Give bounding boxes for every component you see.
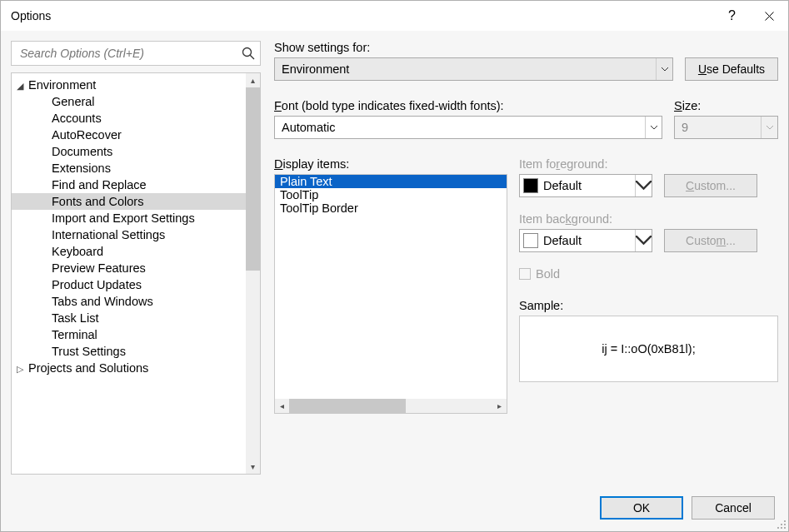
help-button[interactable]: ? bbox=[713, 1, 751, 31]
tree-item-general[interactable]: General bbox=[12, 93, 246, 110]
ok-label: OK bbox=[633, 501, 650, 515]
tree-item-label: Extensions bbox=[52, 162, 111, 175]
sample-preview: ij = I::oO(0xB81l); bbox=[519, 316, 778, 382]
tree-item-extensions[interactable]: Extensions bbox=[12, 160, 246, 177]
font-label: Font (bold type indicates fixed-width fo… bbox=[274, 99, 662, 112]
show-settings-combo[interactable]: Environment bbox=[274, 57, 673, 81]
tree-item-label: Preview Features bbox=[52, 261, 146, 275]
chevron-down-icon bbox=[645, 117, 662, 138]
sample-text: ij = I::oO(0xB81l); bbox=[602, 342, 695, 355]
bold-checkbox[interactable]: Bold bbox=[519, 267, 778, 281]
list-item[interactable]: ToolTip Border bbox=[275, 201, 507, 215]
tree-item-accounts[interactable]: Accounts bbox=[12, 110, 246, 127]
titlebar: Options ? bbox=[1, 1, 788, 31]
tree-scrollbar[interactable]: ▴ ▾ bbox=[246, 73, 260, 474]
chevron-down-icon bbox=[656, 58, 672, 80]
tree-item-label: Import and Export Settings bbox=[52, 211, 195, 225]
color-swatch-icon bbox=[523, 178, 538, 193]
tree-item-preview-features[interactable]: Preview Features bbox=[12, 260, 246, 276]
scroll-thumb[interactable] bbox=[246, 87, 260, 271]
scroll-up-icon[interactable]: ▴ bbox=[246, 73, 260, 87]
tree-item-tabs-windows[interactable]: Tabs and Windows bbox=[12, 293, 246, 310]
chevron-down-icon bbox=[635, 175, 652, 196]
item-background-label: Item background: bbox=[519, 212, 778, 226]
item-background-value: Default bbox=[543, 234, 635, 247]
tree-item-projects-solutions[interactable]: ▷Projects and Solutions bbox=[12, 360, 246, 376]
svg-point-6 bbox=[781, 527, 782, 529]
svg-point-2 bbox=[784, 520, 786, 522]
size-combo[interactable]: 9 bbox=[674, 116, 778, 139]
display-items-list[interactable]: Plain Text ToolTip ToolTip Border ◂ ▸ bbox=[274, 174, 507, 414]
font-combo[interactable]: Automatic bbox=[274, 116, 662, 139]
scroll-down-icon[interactable]: ▾ bbox=[246, 460, 260, 474]
custom-background-button[interactable]: Custom... bbox=[664, 229, 757, 252]
item-foreground-label: Item foreground: bbox=[519, 157, 778, 171]
list-hscrollbar[interactable]: ◂ ▸ bbox=[275, 399, 507, 413]
checkbox-icon bbox=[519, 268, 531, 280]
ok-button[interactable]: OK bbox=[600, 496, 683, 520]
item-background-combo[interactable]: Default bbox=[519, 229, 652, 252]
tree-item-label: Task List bbox=[52, 311, 98, 325]
tree-item-environment[interactable]: ◢Environment bbox=[12, 77, 246, 93]
cancel-button[interactable]: Cancel bbox=[692, 496, 775, 520]
search-options-input-wrap[interactable] bbox=[11, 41, 261, 66]
tree-item-label: Find and Replace bbox=[52, 178, 147, 191]
dialog-footer: OK Cancel bbox=[1, 485, 788, 531]
scroll-thumb[interactable] bbox=[289, 399, 406, 413]
tree-item-label: Tabs and Windows bbox=[52, 295, 153, 308]
list-item[interactable]: ToolTip bbox=[275, 188, 507, 201]
svg-point-4 bbox=[784, 524, 786, 525]
svg-point-7 bbox=[784, 527, 786, 529]
svg-point-0 bbox=[243, 48, 252, 57]
list-item-label: ToolTip Border bbox=[280, 201, 358, 215]
tree-item-label: Fonts and Colors bbox=[52, 195, 143, 208]
svg-point-5 bbox=[777, 527, 779, 529]
use-defaults-button[interactable]: Use Defaults bbox=[685, 57, 778, 81]
show-settings-value: Environment bbox=[282, 62, 656, 76]
tree-item-international[interactable]: International Settings bbox=[12, 226, 246, 243]
tree-item-label: Accounts bbox=[52, 112, 102, 125]
tree-item-autorecover[interactable]: AutoRecover bbox=[12, 127, 246, 143]
svg-line-1 bbox=[250, 55, 254, 59]
sample-label: Sample: bbox=[519, 299, 778, 312]
tree-item-fonts-colors[interactable]: Fonts and Colors bbox=[12, 193, 246, 210]
tree-item-label: Keyboard bbox=[52, 245, 103, 258]
tree-item-product-updates[interactable]: Product Updates bbox=[12, 276, 246, 293]
tree-item-label: General bbox=[52, 95, 95, 108]
custom-foreground-button[interactable]: Custom... bbox=[664, 174, 757, 197]
list-item-label: Plain Text bbox=[280, 175, 332, 188]
search-options-input[interactable] bbox=[18, 46, 242, 61]
window-title: Options bbox=[11, 9, 51, 22]
tree-item-label: Product Updates bbox=[52, 278, 142, 291]
tree-item-keyboard[interactable]: Keyboard bbox=[12, 243, 246, 260]
tree-item-import-export[interactable]: Import and Export Settings bbox=[12, 210, 246, 226]
list-item[interactable]: Plain Text bbox=[275, 175, 507, 188]
item-foreground-value: Default bbox=[543, 179, 635, 192]
scroll-left-icon[interactable]: ◂ bbox=[275, 399, 289, 413]
resize-grip-icon[interactable] bbox=[775, 518, 787, 530]
show-settings-label: Show settings for: bbox=[274, 41, 778, 54]
bold-label: Bold bbox=[536, 267, 560, 281]
tree-item-trust-settings[interactable]: Trust Settings bbox=[12, 343, 246, 360]
tree-item-documents[interactable]: Documents bbox=[12, 143, 246, 160]
chevron-down-icon bbox=[761, 117, 777, 138]
tree-item-label: Environment bbox=[28, 78, 96, 92]
tree-item-label: International Settings bbox=[52, 228, 165, 241]
expand-icon: ▷ bbox=[17, 364, 25, 375]
tree-item-label: Terminal bbox=[52, 328, 97, 341]
list-item-label: ToolTip bbox=[280, 188, 318, 201]
item-foreground-combo[interactable]: Default bbox=[519, 174, 652, 197]
close-button[interactable] bbox=[751, 1, 788, 31]
options-tree: ◢Environment General Accounts AutoRecove… bbox=[11, 72, 261, 475]
close-icon bbox=[765, 12, 774, 21]
tree-item-label: Trust Settings bbox=[52, 345, 126, 358]
tree-item-label: AutoRecover bbox=[52, 128, 122, 142]
font-value: Automatic bbox=[282, 121, 645, 134]
scroll-right-icon[interactable]: ▸ bbox=[492, 399, 507, 413]
tree-item-terminal[interactable]: Terminal bbox=[12, 326, 246, 343]
tree-item-label: Projects and Solutions bbox=[28, 361, 148, 375]
size-label: Size: bbox=[674, 99, 778, 112]
collapse-icon: ◢ bbox=[17, 81, 25, 92]
tree-item-find-replace[interactable]: Find and Replace bbox=[12, 177, 246, 193]
tree-item-task-list[interactable]: Task List bbox=[12, 310, 246, 326]
